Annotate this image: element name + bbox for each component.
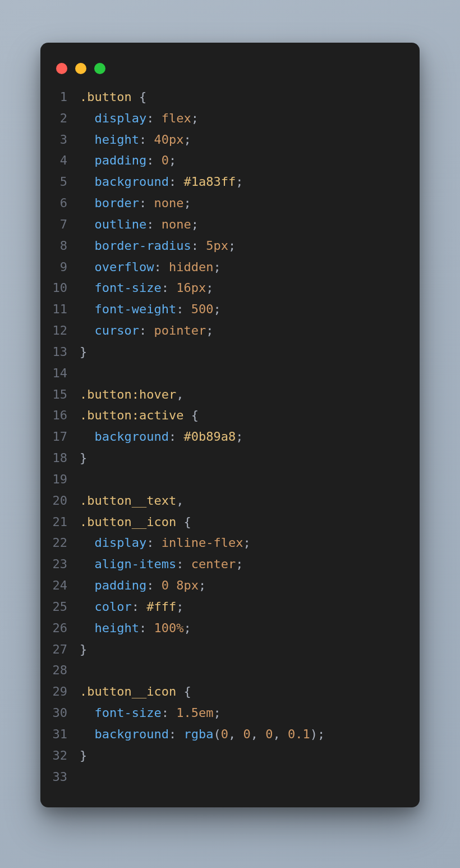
token-p: [80, 536, 95, 550]
line-number: 33: [49, 766, 80, 788]
token-val: pointer: [154, 323, 206, 337]
code-line: 16.button:active {: [49, 405, 404, 426]
code-line: 24 padding: 0 8px;: [49, 575, 404, 596]
token-prop: outline: [95, 217, 147, 231]
token-p: :: [132, 600, 147, 614]
code-content: .button__icon {: [80, 681, 404, 702]
token-p: :: [139, 133, 154, 147]
token-p: ;: [318, 727, 325, 741]
code-line: 6 border: none;: [49, 193, 404, 214]
code-line: 3 height: 40px;: [49, 129, 404, 150]
line-number: 17: [49, 426, 80, 447]
code-line: 33: [49, 766, 404, 788]
token-p: [80, 706, 95, 720]
zoom-icon[interactable]: [94, 63, 105, 74]
line-number: 12: [49, 320, 80, 341]
line-number: 25: [49, 596, 80, 618]
code-content: padding: 0 8px;: [80, 575, 404, 596]
token-p: ,: [251, 727, 266, 741]
code-line: 13}: [49, 341, 404, 363]
code-line: 8 border-radius: 5px;: [49, 235, 404, 257]
token-sel: .button:active: [80, 408, 191, 422]
line-number: 29: [49, 681, 80, 702]
code-line: 28: [49, 660, 404, 681]
code-content: border: none;: [80, 193, 404, 214]
line-number: 11: [49, 299, 80, 320]
code-line: 26 height: 100%;: [49, 618, 404, 639]
code-content: }: [80, 745, 404, 766]
code-content: outline: none;: [80, 214, 404, 235]
code-content: background: rgba(0, 0, 0, 0.1);: [80, 724, 404, 745]
token-brace: {: [183, 684, 191, 698]
code-content: overflow: hidden;: [80, 257, 404, 278]
token-val: hidden: [169, 260, 213, 274]
line-number: 26: [49, 618, 80, 639]
token-prop: padding: [95, 153, 147, 167]
code-line: 25 color: #fff;: [49, 596, 404, 618]
code-content: }: [80, 639, 404, 660]
token-p: [80, 557, 95, 571]
token-p: [80, 578, 95, 592]
code-line: 22 display: inline-flex;: [49, 532, 404, 554]
line-number: 6: [49, 193, 80, 214]
token-p: [80, 260, 95, 274]
token-val: none: [154, 196, 183, 210]
code-editor[interactable]: 1.button {2 display: flex;3 height: 40px…: [40, 86, 420, 792]
line-number: 28: [49, 660, 80, 681]
token-p: ;: [243, 536, 250, 550]
code-line: 23 align-items: center;: [49, 554, 404, 575]
token-val: center: [191, 557, 236, 571]
code-content: .button:active {: [80, 405, 404, 426]
token-num: 100%: [154, 621, 183, 635]
token-prop: display: [95, 536, 147, 550]
token-p: ;: [191, 111, 199, 125]
code-content: .button__text,: [80, 490, 404, 511]
token-p: ,: [176, 387, 183, 401]
token-p: [80, 430, 95, 444]
code-line: 12 cursor: pointer;: [49, 320, 404, 341]
token-prop: display: [95, 111, 147, 125]
token-num: 40px: [154, 133, 183, 147]
window-titlebar: [40, 58, 420, 86]
token-p: [80, 133, 95, 147]
token-sel: .button:hover: [80, 387, 176, 401]
token-val: inline-flex: [162, 536, 243, 550]
token-brace: }: [80, 748, 87, 762]
code-content: background: #0b89a8;: [80, 426, 404, 447]
minimize-icon[interactable]: [75, 63, 86, 74]
line-number: 30: [49, 702, 80, 724]
token-p: ;: [183, 133, 191, 147]
token-val: flex: [162, 111, 191, 125]
token-prop: padding: [95, 578, 147, 592]
code-content: align-items: center;: [80, 554, 404, 575]
token-p: :: [146, 578, 162, 592]
line-number: 23: [49, 554, 80, 575]
token-p: :: [146, 536, 162, 550]
code-content: display: flex;: [80, 108, 404, 129]
token-p: ;: [199, 578, 206, 592]
line-number: 14: [49, 363, 80, 384]
token-p: [80, 239, 95, 253]
code-line: 20.button__text,: [49, 490, 404, 511]
token-p: [80, 621, 95, 635]
code-line: 4 padding: 0;: [49, 150, 404, 171]
token-p: ): [310, 727, 318, 741]
code-content: height: 100%;: [80, 618, 404, 639]
token-brace: }: [80, 642, 87, 656]
token-num: 0: [265, 727, 273, 741]
code-line: 11 font-weight: 500;: [49, 299, 404, 320]
token-brace: }: [80, 345, 87, 359]
code-line: 2 display: flex;: [49, 108, 404, 129]
code-line: 7 outline: none;: [49, 214, 404, 235]
code-line: 15.button:hover,: [49, 384, 404, 405]
token-num: 0.1: [288, 727, 310, 741]
code-content: padding: 0;: [80, 150, 404, 171]
close-icon[interactable]: [56, 63, 67, 74]
token-p: :: [176, 557, 191, 571]
token-hex: #fff: [146, 600, 176, 614]
token-prop: background: [95, 175, 169, 189]
token-p: :: [154, 260, 169, 274]
line-number: 18: [49, 447, 80, 469]
token-p: ,: [228, 727, 243, 741]
editor-window: 1.button {2 display: flex;3 height: 40px…: [40, 43, 420, 807]
